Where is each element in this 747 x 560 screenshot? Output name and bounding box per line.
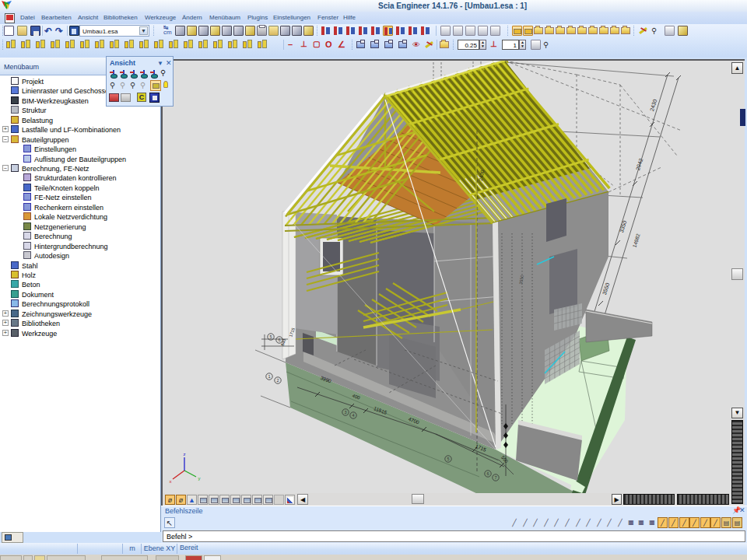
svg-text:6: 6 xyxy=(278,338,280,342)
svg-text:1: 1 xyxy=(268,374,270,379)
svg-text:7: 7 xyxy=(494,475,496,480)
svg-text:y: y xyxy=(198,476,201,481)
svg-text:x: x xyxy=(170,479,172,484)
svg-text:2942: 2942 xyxy=(635,158,644,171)
svg-text:5: 5 xyxy=(447,457,449,461)
svg-text:3: 3 xyxy=(344,410,346,415)
svg-text:14982: 14982 xyxy=(632,233,641,248)
svg-text:2: 2 xyxy=(276,378,279,383)
svg-text:6: 6 xyxy=(486,471,489,476)
svg-text:5: 5 xyxy=(269,334,272,339)
svg-text:4: 4 xyxy=(352,413,354,418)
svg-text:2430: 2430 xyxy=(649,99,658,112)
svg-text:z: z xyxy=(184,452,186,457)
svg-text:3350: 3350 xyxy=(619,220,627,233)
